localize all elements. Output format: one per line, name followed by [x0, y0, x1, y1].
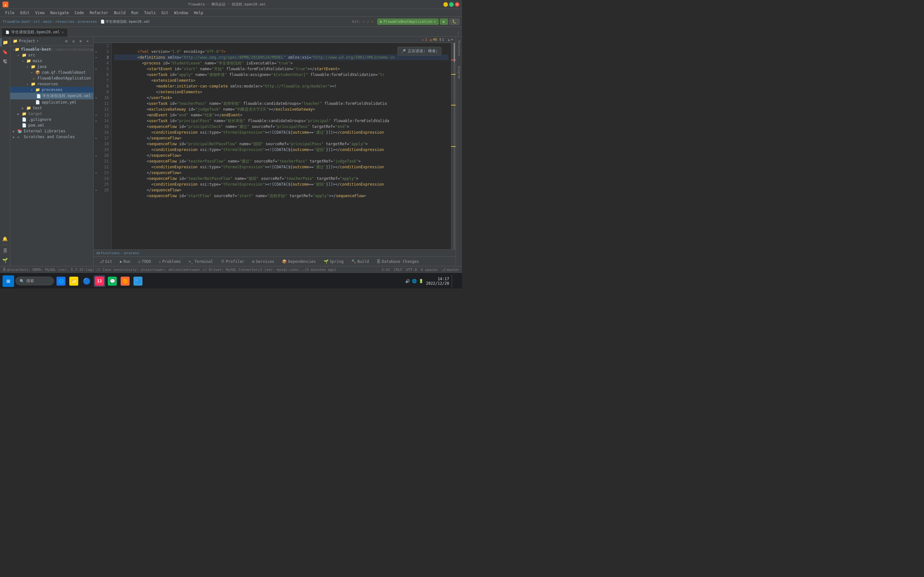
menu-git[interactable]: Git: [159, 10, 171, 16]
breadcrumb-file[interactable]: 学生请假流程.bpmn20.xml: [105, 19, 150, 24]
close-panel-icon[interactable]: ✕: [84, 38, 91, 44]
info-badge[interactable]: ℹ 1: [439, 37, 444, 42]
taskbar-app-2[interactable]: 🔷: [132, 276, 144, 287]
tab-more-icon[interactable]: ⋮: [456, 31, 461, 35]
taskbar-app-1[interactable]: 🟠: [120, 276, 131, 287]
structure-toolbar-btn[interactable]: Structure: [457, 39, 461, 57]
breadcrumb-src[interactable]: src: [34, 19, 40, 24]
collapse-all-icon[interactable]: ⊟: [63, 38, 69, 44]
breadcrumb-project[interactable]: flowable-boot: [3, 19, 30, 24]
tree-item-java[interactable]: ▾ 📁 java: [10, 64, 94, 69]
notifications-icon[interactable]: 🔔: [1, 234, 10, 243]
taskbar-explorer[interactable]: 📁: [68, 276, 79, 287]
tree-item-gitignore[interactable]: 📄 .gitignore: [10, 117, 94, 122]
run-button[interactable]: ▶: [440, 19, 448, 25]
gutter-fold-7[interactable]: ▾: [94, 135, 99, 141]
tool-tab-db-changes[interactable]: 🗄 Database Changes: [373, 258, 422, 265]
tree-item-processes[interactable]: ▾ 📁 processes: [10, 87, 94, 93]
tab-close-icon[interactable]: ×: [61, 31, 63, 34]
window-controls[interactable]: ─ □ ✕: [443, 2, 459, 7]
tool-tab-dependencies[interactable]: 📦 Dependencies: [279, 258, 319, 265]
tree-item-package[interactable]: ▾ 📦 com.qf.flowableboot: [10, 69, 94, 75]
structure-icon[interactable]: 🏗: [1, 57, 10, 66]
debug-button[interactable]: 🐛: [449, 19, 459, 25]
tree-item-yaml[interactable]: 📄 application.yml: [10, 99, 94, 105]
breadcrumb-resources[interactable]: resources: [55, 19, 74, 24]
warning-badge[interactable]: △ 46: [430, 37, 437, 42]
tree-item-resources[interactable]: ▾ 📁 resources: [10, 81, 94, 87]
editor-tab[interactable]: 📄 学生请假流程.bpmn20.xml ×: [1, 28, 68, 37]
tool-tab-build[interactable]: 🔨 Build: [348, 258, 372, 265]
gutter-fold-9[interactable]: ▾: [94, 170, 99, 176]
breadcrumb-main[interactable]: main: [43, 19, 52, 24]
maximize-button[interactable]: □: [449, 2, 454, 7]
diagram-toolbar-btn[interactable]: Diagram: [457, 65, 461, 80]
taskbar-idea[interactable]: IJ: [94, 276, 105, 287]
gutter-fold-8[interactable]: ▾: [94, 153, 99, 158]
tree-item-bpmn-file[interactable]: 📄 学生请假流程.bpmn20.xml: [10, 93, 94, 99]
menu-tools[interactable]: Tools: [142, 10, 158, 16]
menu-code[interactable]: Code: [72, 10, 87, 16]
minimize-button[interactable]: ─: [443, 2, 448, 7]
close-button[interactable]: ✕: [455, 2, 459, 7]
menu-build[interactable]: Build: [111, 10, 128, 16]
show-desktop-button[interactable]: [452, 275, 459, 287]
tree-item-pom[interactable]: 📄 pom.xml: [10, 122, 94, 128]
gutter-fold-6[interactable]: ▾: [94, 118, 99, 124]
gutter-fold-10[interactable]: ▾: [94, 187, 99, 193]
gutter-fold-3[interactable]: ▾: [94, 66, 99, 72]
tool-tab-profiler[interactable]: ⏱ Profiler: [218, 258, 248, 265]
taskbar-edge[interactable]: 🌐: [55, 276, 67, 287]
project-view-icon[interactable]: 📁: [1, 38, 10, 47]
menu-help[interactable]: Help: [191, 10, 206, 16]
chevron-up-icon[interactable]: ▲: [448, 38, 450, 41]
tool-tab-git[interactable]: ⎇ Git: [96, 258, 115, 265]
tool-tab-problems[interactable]: ⚠ Problems: [156, 258, 184, 265]
settings-icon[interactable]: ⚙: [78, 38, 84, 44]
bookmark-icon[interactable]: 🔖: [1, 47, 10, 56]
menu-window[interactable]: Window: [172, 10, 191, 16]
breadcrumb-definitions[interactable]: definitions: [96, 251, 120, 255]
tool-tab-terminal[interactable]: >_ Terminal: [186, 258, 216, 265]
tree-item-test[interactable]: ▶ 📁 test: [10, 105, 94, 111]
encoding-status[interactable]: UTF-8: [406, 268, 417, 272]
chevron-down-icon[interactable]: ▼: [451, 38, 453, 41]
spring-icon[interactable]: 🌱: [1, 256, 10, 265]
gutter-fold-4[interactable]: ▾: [94, 95, 99, 101]
taskbar-chrome[interactable]: 🔵: [81, 276, 92, 287]
menu-navigate[interactable]: Navigate: [48, 10, 71, 16]
taskbar-clock[interactable]: 14:17 2022/12/28: [426, 277, 449, 285]
code-editor[interactable]: 🎤 正在讲述: 稀者; <?xml version="1.0" encoding…: [111, 43, 451, 250]
tree-item-main[interactable]: ▾ 📁 main: [10, 58, 94, 64]
menu-file[interactable]: File: [3, 10, 17, 16]
gutter-fold-2[interactable]: ▾: [94, 55, 99, 60]
database-icon[interactable]: 🗄: [1, 246, 10, 255]
run-config-dropdown[interactable]: ▶ FlowableBootApplication ▾: [377, 19, 439, 25]
gutter-fold-1[interactable]: ▾: [94, 49, 99, 55]
taskbar-search[interactable]: 🔍 搜索: [15, 277, 54, 285]
cursor-position[interactable]: 3:41: [381, 268, 390, 272]
breadcrumb-process[interactable]: process: [124, 251, 139, 255]
locate-file-icon[interactable]: ◎: [70, 38, 77, 44]
taskbar-wechat[interactable]: 💬: [107, 276, 118, 287]
vertical-scrollbar[interactable]: [451, 43, 456, 250]
menu-view[interactable]: View: [33, 10, 47, 16]
line-ending[interactable]: CRLF: [394, 268, 403, 272]
indent-status[interactable]: 4 spaces: [421, 268, 438, 272]
tool-tab-services[interactable]: ⚙ Services: [249, 258, 278, 265]
menu-run[interactable]: Run: [129, 10, 141, 16]
gutter-fold-5[interactable]: ▾: [94, 112, 99, 118]
git-branch-status[interactable]: ⎇ master: [441, 268, 459, 272]
tool-tab-spring[interactable]: 🌱 Spring: [320, 258, 347, 265]
tree-item-scratches[interactable]: ▶ ✏ Scratches and Consoles: [10, 134, 94, 140]
breadcrumb-processes[interactable]: processes: [78, 19, 97, 24]
tool-tab-todo[interactable]: ☑ TODO: [135, 258, 154, 265]
start-button[interactable]: ⊞: [3, 276, 14, 287]
tree-item-external-libs[interactable]: ▶ 📚 External Libraries: [10, 128, 94, 134]
tree-item-app[interactable]: ☕ FlowableBootApplication: [10, 75, 94, 81]
tree-item-root[interactable]: ▾ 📁 flowable-boot C:\Users\zed\Desktop: [10, 47, 94, 52]
menu-edit[interactable]: Edit: [18, 10, 32, 16]
tree-item-target[interactable]: ▶ 📁 target: [10, 111, 94, 117]
tree-item-src[interactable]: ▾ 📁 src: [10, 52, 94, 58]
tool-tab-run[interactable]: ▶ Run: [117, 258, 134, 265]
